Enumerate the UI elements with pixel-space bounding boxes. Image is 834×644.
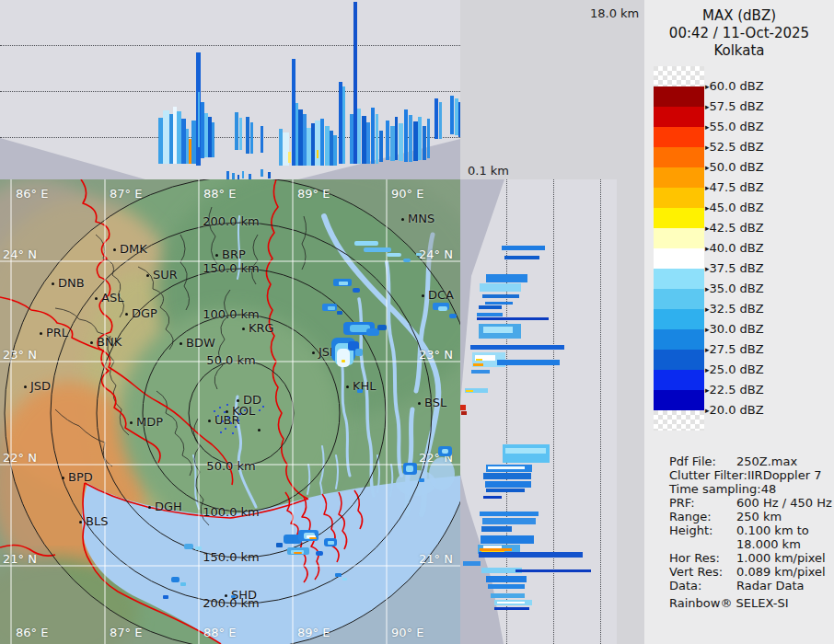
- legend-scale-label: ▸42.5 dBZ: [705, 221, 764, 235]
- profile-echo-bar: [239, 118, 242, 150]
- profile-echo-bar: [395, 117, 398, 160]
- legend-swatch: [654, 289, 704, 309]
- info-row: Height:0.100 km to: [669, 523, 831, 537]
- profile-echo-bar: [503, 444, 550, 463]
- product-title: MAX (dBZ): [644, 7, 834, 25]
- legend-swatch: [654, 107, 704, 127]
- info-value: 0.100 km to: [736, 523, 809, 537]
- profile-echo-bar: [479, 305, 502, 309]
- profile-echo-bar: [163, 110, 169, 164]
- profile-echo-bar: [235, 112, 238, 150]
- profile-echo-bar: [497, 602, 525, 604]
- info-label: Clutter Filter:: [669, 468, 747, 482]
- profile-echo-bar: [486, 274, 527, 282]
- legend-swatch: [654, 329, 704, 350]
- height-axis-min-label: 0.1 km: [468, 164, 509, 178]
- legend-swatch: [654, 370, 704, 390]
- info-value: 0.089 km/pixel: [736, 565, 826, 579]
- legend-scale-label: ▸40.0 dBZ: [705, 241, 764, 255]
- profile-echo-bar: [288, 152, 291, 163]
- legend-swatch: [654, 228, 704, 248]
- info-row: Time sampling:48: [669, 482, 831, 496]
- info-label: Time sampling:: [669, 482, 761, 496]
- profile-echo-bar: [427, 119, 430, 158]
- profile-echo-bar: [482, 518, 536, 524]
- profile-echo-bar: [458, 102, 460, 137]
- profile-echo-bar: [481, 526, 512, 532]
- legend-scale-label: ▸27.5 dBZ: [705, 342, 764, 356]
- profile-echo-bar: [504, 256, 539, 259]
- profile-echo-bar: [434, 98, 438, 139]
- right-profile-panel: [460, 179, 617, 644]
- legend-swatch: [654, 269, 704, 289]
- profile-echo-bar: [399, 123, 403, 161]
- info-value: 250Z.max: [736, 454, 797, 468]
- info-row: Hor Res:1.000 km/pixel: [669, 551, 831, 565]
- legend-swatch: [654, 167, 704, 188]
- legend-swatch: [654, 309, 704, 329]
- profile-echo-bar: [485, 481, 531, 488]
- legend-scale-label: ▸47.5 dBZ: [705, 180, 764, 194]
- profile-echo-bar: [418, 117, 422, 160]
- profile-echo-bar: [481, 535, 534, 544]
- legend-scale-label: ▸45.0 dBZ: [705, 201, 764, 214]
- profile-echo-bar: [483, 473, 531, 479]
- profile-echo-bar: [479, 552, 583, 558]
- legend-scale-label: ▸50.0 dBZ: [705, 160, 764, 174]
- profile-echo-bar: [477, 313, 503, 316]
- legend-header: MAX (dBZ) 00:42 / 11-Oct-2025 Kolkata: [644, 7, 834, 60]
- info-row: PRF:600 Hz / 450 Hz: [669, 496, 831, 510]
- legend-swatch: [654, 410, 704, 431]
- legend-swatch: [654, 350, 704, 370]
- profile-echo-bar: [485, 302, 513, 305]
- legend-scale-label: ▸25.0 dBZ: [705, 362, 764, 376]
- info-label: PRF:: [669, 496, 736, 510]
- legend-panel: MAX (dBZ) 00:42 / 11-Oct-2025 Kolkata ▸6…: [644, 0, 834, 644]
- legend-scale-label: ▸52.5 dBZ: [705, 140, 764, 154]
- info-row: Pdf File:250Z.max: [669, 454, 831, 468]
- profile-echo-bar: [486, 576, 527, 582]
- color-scale: ▸60.0 dBZ▸57.5 dBZ▸55.0 dBZ▸52.5 dBZ▸50.…: [644, 66, 834, 431]
- profile-echo-bar: [342, 86, 345, 164]
- profile-echo-bar: [480, 512, 539, 516]
- profile-echo-bar: [460, 405, 466, 410]
- profile-echo-bar: [226, 171, 229, 179]
- profile-echo-bar: [386, 121, 389, 160]
- legend-swatch: [654, 66, 704, 86]
- legend-scale-label: ▸22.5 dBZ: [705, 383, 764, 397]
- profile-echo-bar: [250, 122, 253, 154]
- top-profile-panel: [0, 0, 460, 183]
- map-panel: 86° E86° E87° E87° E88° E88° E89° E89° E…: [0, 179, 460, 644]
- profile-echo-bar: [488, 466, 525, 469]
- legend-swatch: [654, 188, 704, 208]
- legend-swatch: [654, 248, 704, 269]
- legend-scale-label: ▸32.5 dBZ: [705, 302, 764, 316]
- software-credit: Rainbow® SELEX-SI: [669, 596, 789, 610]
- profile-echo-bar: [212, 122, 214, 157]
- profile-echo-bar: [461, 411, 467, 415]
- profile-echo-bar: [439, 102, 442, 139]
- profile-echo-bar: [483, 546, 502, 548]
- background-top-gap: [460, 0, 650, 179]
- profile-echo-bar: [505, 448, 546, 454]
- profile-echo-bar: [463, 561, 481, 566]
- info-value: 48: [761, 482, 777, 496]
- profile-echo-bar: [486, 489, 525, 492]
- profile-echo-bar: [471, 370, 490, 374]
- legend-scale-label: ▸60.0 dBZ: [705, 79, 764, 93]
- info-row: Range:250 km: [669, 510, 831, 523]
- profile-echo-bar: [466, 390, 473, 392]
- legend-swatch: [654, 127, 704, 147]
- legend-scale-label: ▸35.0 dBZ: [705, 282, 764, 295]
- profile-echo-bar: [333, 135, 337, 166]
- profile-echo-bar: [198, 92, 200, 147]
- profile-echo-bar: [409, 115, 412, 162]
- legend-scale-label: ▸57.5 dBZ: [705, 99, 764, 113]
- profile-echo-bar: [476, 359, 482, 361]
- profile-echo-bar: [483, 327, 513, 333]
- product-info: Pdf File:250Z.maxClutter Filter:IIRDoppl…: [669, 454, 831, 592]
- profile-echo-bar: [376, 114, 378, 164]
- profile-echo-bar: [404, 109, 408, 162]
- right-profile-echoes: [460, 179, 617, 644]
- profile-echo-bar: [515, 569, 591, 572]
